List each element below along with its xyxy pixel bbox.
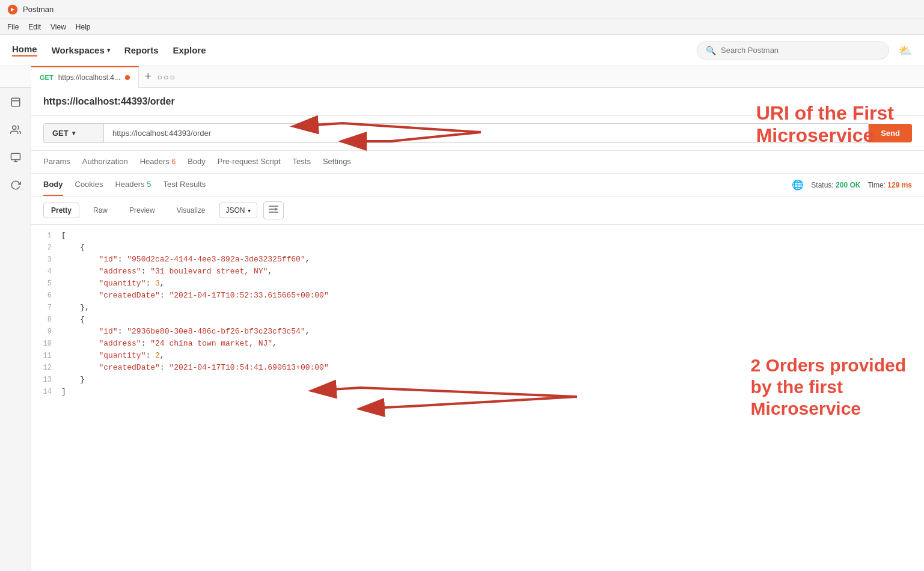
title-bar: Postman — [0, 0, 924, 19]
code-line: 4 "address": "31 boulevard street, NY", — [31, 267, 924, 279]
preview-btn[interactable]: Preview — [121, 203, 163, 218]
request-title: https://localhost:44393/order — [43, 96, 175, 107]
status-value: 200 OK — [836, 181, 860, 189]
resp-tab-headers[interactable]: Headers 5 — [115, 174, 151, 196]
postman-logo — [7, 4, 18, 15]
tab-tests[interactable]: Tests — [293, 151, 311, 173]
request-tabs-nav: Params Authorization Headers 6 Body Pre-… — [31, 151, 924, 174]
tab-pre-request-script[interactable]: Pre-request Script — [218, 151, 281, 173]
method-label: GET — [52, 129, 69, 138]
chevron-down-icon: ▾ — [72, 130, 75, 136]
status-label: Status: 200 OK — [811, 181, 860, 189]
code-line: 6 "createdDate": "2021-04-17T10:52:33.61… — [31, 291, 924, 303]
tab-url: https://localhost:4... — [58, 73, 120, 82]
code-line: 1[ — [31, 231, 924, 243]
code-line: 2 { — [31, 243, 924, 255]
code-line: 10 "address": "24 china town market, NJ"… — [31, 339, 924, 351]
menu-view[interactable]: View — [50, 23, 66, 31]
method-dropdown[interactable]: GET ▾ — [43, 123, 103, 143]
tab-params[interactable]: Params — [43, 151, 70, 173]
nav-bar: Home Workspaces ▾ Reports Explore 🔍 ⛅ — [0, 35, 924, 66]
search-icon: 🔍 — [706, 46, 716, 55]
tab-body[interactable]: Body — [188, 151, 206, 173]
response-section: Body Cookies Headers 5 Test Results 🌐 St… — [31, 174, 924, 571]
sidebar — [0, 88, 31, 571]
tab-settings[interactable]: Settings — [323, 151, 351, 173]
main-layout: https://localhost:44393/order GET ▾ Send… — [0, 88, 924, 571]
app-title: Postman — [23, 5, 54, 14]
code-line: 13 } — [31, 375, 924, 387]
time-label: Time: 129 ms — [867, 181, 912, 189]
resp-tab-body[interactable]: Body — [43, 174, 63, 196]
raw-btn[interactable]: Raw — [85, 203, 115, 218]
nav-explore[interactable]: Explore — [173, 45, 206, 55]
code-line: 14] — [31, 387, 924, 399]
nav-home[interactable]: Home — [12, 44, 37, 56]
resp-tab-cookies[interactable]: Cookies — [75, 174, 103, 196]
svg-rect-3 — [11, 153, 20, 160]
code-viewer: 1[2 {3 "id": "950d2ca2-4144-4ee3-892a-3d… — [31, 225, 924, 571]
request-tab[interactable]: GET https://localhost:4... — [31, 66, 139, 88]
search-bar[interactable]: 🔍 — [697, 41, 889, 60]
unsaved-indicator — [125, 75, 130, 80]
url-input[interactable] — [103, 123, 869, 143]
sidebar-item-monitor[interactable] — [7, 149, 24, 166]
menu-file[interactable]: File — [7, 23, 19, 31]
new-tab-button[interactable]: + — [139, 70, 158, 83]
code-line: 8 { — [31, 315, 924, 327]
tabs-bar: GET https://localhost:4... + ○○○ — [0, 66, 924, 88]
cloud-sync-icon[interactable]: ⛅ — [899, 44, 912, 57]
more-tabs-button[interactable]: ○○○ — [158, 72, 176, 82]
chevron-down-icon: ▾ — [248, 207, 251, 214]
code-line: 11 "quantity": 2, — [31, 351, 924, 363]
request-header: https://localhost:44393/order — [31, 88, 924, 116]
sidebar-item-history[interactable] — [7, 177, 24, 194]
response-tabs: Body Cookies Headers 5 Test Results 🌐 St… — [31, 174, 924, 197]
menu-help[interactable]: Help — [76, 23, 91, 31]
pretty-btn[interactable]: Pretty — [43, 203, 79, 218]
response-toolbar: Pretty Raw Preview Visualize JSON ▾ — [31, 197, 924, 225]
sidebar-item-collections[interactable] — [7, 121, 24, 138]
search-input[interactable] — [721, 46, 880, 55]
nav-reports[interactable]: Reports — [124, 45, 159, 55]
code-line: 9 "id": "2936be80-30e8-486c-bf26-bf3c23c… — [31, 327, 924, 339]
send-button[interactable]: Send — [869, 124, 912, 142]
format-select[interactable]: JSON ▾ — [219, 203, 257, 218]
resp-tab-test-results[interactable]: Test Results — [163, 174, 206, 196]
code-line: 12 "createdDate": "2021-04-17T10:54:41.6… — [31, 363, 924, 375]
sidebar-item-new-request[interactable] — [7, 94, 24, 111]
time-value: 129 ms — [887, 181, 912, 189]
chevron-down-icon: ▾ — [107, 47, 110, 53]
visualize-btn[interactable]: Visualize — [169, 203, 213, 218]
menu-edit[interactable]: Edit — [28, 23, 41, 31]
globe-icon: 🌐 — [792, 179, 804, 191]
tab-authorization[interactable]: Authorization — [82, 151, 128, 173]
svg-point-2 — [12, 126, 16, 129]
tab-method: GET — [40, 74, 54, 81]
menu-bar: File Edit View Help — [0, 19, 924, 35]
wrap-button[interactable] — [263, 201, 284, 219]
request-builder: GET ▾ Send — [31, 116, 924, 151]
tab-headers[interactable]: Headers 6 — [140, 151, 176, 173]
response-status-bar: 🌐 Status: 200 OK Time: 129 ms — [792, 179, 912, 191]
code-line: 7 }, — [31, 303, 924, 315]
content-area: https://localhost:44393/order GET ▾ Send… — [31, 88, 924, 571]
code-line: 5 "quantity": 3, — [31, 279, 924, 291]
svg-rect-1 — [11, 98, 20, 106]
nav-workspaces[interactable]: Workspaces ▾ — [52, 45, 110, 55]
code-line: 3 "id": "950d2ca2-4144-4ee3-892a-3de3232… — [31, 255, 924, 267]
